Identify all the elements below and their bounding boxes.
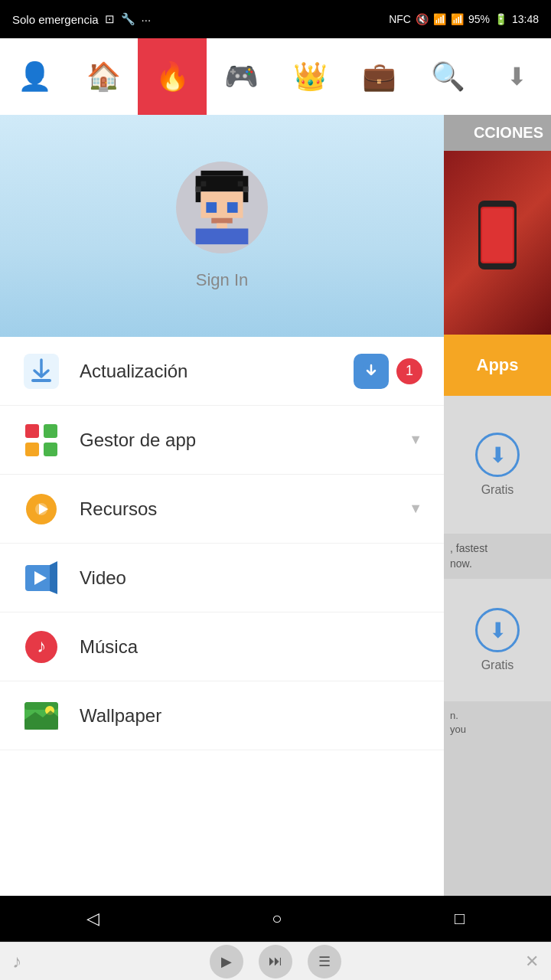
video-icon [21, 558, 61, 598]
nav-trending[interactable]: 🔥 [138, 38, 207, 115]
music-note-icon: ♪ [12, 951, 21, 972]
svg-rect-8 [211, 218, 233, 224]
recursos-icon [21, 489, 61, 529]
carrier-text: Solo emergencia [12, 13, 99, 26]
battery-text: 95% [468, 13, 490, 25]
menu-item-wallpaper[interactable]: Wallpaper [0, 681, 444, 750]
nav-search[interactable]: 🔍 [413, 38, 482, 115]
musica-label: Música [80, 636, 422, 658]
right-header: CCIONES [444, 115, 551, 151]
music-bar: ♪ ▶ ⏭ ☰ ✕ [0, 942, 551, 980]
time-text: 13:48 [512, 13, 539, 25]
download-circle-1: ⬇ [475, 433, 520, 477]
actualizacion-label: Actualización [80, 361, 354, 382]
status-bar: Solo emergencia ⊡ 🔧 ··· NFC 🔇 📶 📶 95% 🔋 … [0, 0, 551, 38]
profile-header[interactable]: Sign In [0, 115, 444, 337]
nav-games[interactable]: 🎮 [207, 38, 276, 115]
wifi-icon: 📶 [433, 13, 446, 25]
drawer: Sign In Actualización [0, 115, 444, 942]
home-button[interactable]: ○ [272, 909, 282, 929]
search-icon: 🔍 [431, 60, 465, 93]
menu-list: Actualización 1 [0, 337, 444, 942]
wallpaper-label: Wallpaper [80, 705, 422, 727]
menu-item-musica[interactable]: ♪ Música [0, 612, 444, 681]
menu-item-gestor[interactable]: Gestor de app ▼ [0, 406, 444, 475]
nav-bar: 👤 🏠 🔥 🎮 👑 💼 🔍 ⬇ [0, 38, 551, 115]
svg-rect-3 [196, 191, 201, 202]
svg-rect-36 [482, 208, 513, 262]
back-button[interactable]: ◁ [86, 909, 99, 929]
right-panel: CCIONES Apps ⬇ Gratis , fastest now. ⬇ G… [444, 115, 551, 942]
svg-rect-14 [243, 187, 249, 192]
gestor-icon [21, 420, 61, 460]
svg-rect-1 [201, 171, 243, 176]
screenshot-icon: ⊡ [105, 12, 115, 26]
right-header-text: CCIONES [474, 124, 543, 141]
menu-item-video[interactable]: Video [0, 544, 444, 612]
video-label: Video [80, 567, 422, 589]
nav-home[interactable]: 🏠 [69, 38, 138, 115]
status-left: Solo emergencia ⊡ 🔧 ··· [12, 12, 151, 26]
gratis-label-2: Gratis [481, 658, 514, 672]
nav-profile[interactable]: 👤 [0, 38, 69, 115]
content-area: Sign In Actualización [0, 115, 551, 942]
list-icon: ☰ [318, 953, 331, 970]
battery-icon: 🔋 [494, 13, 507, 25]
play-icon: ▶ [221, 953, 232, 970]
actualizacion-badge: 1 [354, 354, 422, 389]
download-icon: ⬇ [507, 62, 527, 91]
avatar[interactable] [176, 162, 268, 253]
svg-rect-9 [217, 224, 227, 229]
nav-download[interactable]: ⬇ [482, 38, 551, 115]
recent-button[interactable]: □ [455, 909, 465, 929]
work-icon: 💼 [362, 60, 396, 93]
playlist-button[interactable]: ☰ [308, 945, 341, 978]
svg-rect-21 [44, 443, 57, 456]
signal-icon: 📶 [451, 13, 464, 25]
recursos-dropdown-icon: ▼ [409, 501, 422, 517]
svg-marker-26 [50, 561, 57, 594]
right-apps-banner: Apps [444, 335, 551, 396]
badge-count: 1 [396, 358, 422, 384]
nfc-icon: NFC [389, 13, 411, 25]
sign-in-label[interactable]: Sign In [196, 270, 249, 290]
badge-app-icon [354, 354, 389, 389]
svg-rect-18 [25, 424, 39, 438]
svg-rect-19 [44, 424, 57, 438]
close-music-button[interactable]: ✕ [525, 952, 539, 972]
svg-rect-20 [25, 443, 39, 456]
svg-rect-4 [243, 191, 249, 202]
mute-icon: 🔇 [416, 13, 429, 25]
recursos-label: Recursos [80, 498, 409, 520]
apps-label: Apps [477, 355, 519, 375]
home-icon: 🏠 [86, 60, 121, 93]
musica-icon: ♪ [21, 627, 61, 667]
status-right: NFC 🔇 📶 📶 95% 🔋 13:48 [389, 13, 539, 25]
download-circle-2: ⬇ [475, 608, 520, 652]
menu-item-recursos[interactable]: Recursos ▼ [0, 475, 444, 544]
right-text1: , fastest now. [444, 534, 551, 579]
svg-rect-16 [31, 379, 51, 382]
gestor-label: Gestor de app [80, 430, 409, 451]
skip-button[interactable]: ⏭ [259, 945, 292, 978]
more-icon: ··· [142, 13, 152, 26]
wrench-icon: 🔧 [121, 12, 135, 26]
svg-rect-10 [196, 229, 249, 245]
games-icon: 🎮 [224, 60, 259, 93]
menu-item-actualizacion[interactable]: Actualización 1 [0, 337, 444, 406]
right-text3: n. you [444, 701, 551, 744]
gestor-dropdown-icon: ▼ [409, 432, 422, 448]
svg-rect-7 [227, 202, 238, 213]
svg-rect-6 [206, 202, 217, 213]
right-gratis1[interactable]: ⬇ Gratis [444, 396, 551, 534]
svg-rect-11 [201, 181, 207, 187]
right-gratis2[interactable]: ⬇ Gratis [444, 579, 551, 701]
skip-icon: ⏭ [269, 953, 282, 969]
play-button[interactable]: ▶ [210, 945, 243, 978]
nav-work[interactable]: 💼 [344, 38, 413, 115]
gratis-label-1: Gratis [481, 483, 514, 497]
nav-crown[interactable]: 👑 [276, 38, 344, 115]
svg-rect-12 [238, 181, 243, 187]
fire-icon: 🔥 [155, 60, 190, 93]
svg-text:♪: ♪ [37, 635, 46, 656]
